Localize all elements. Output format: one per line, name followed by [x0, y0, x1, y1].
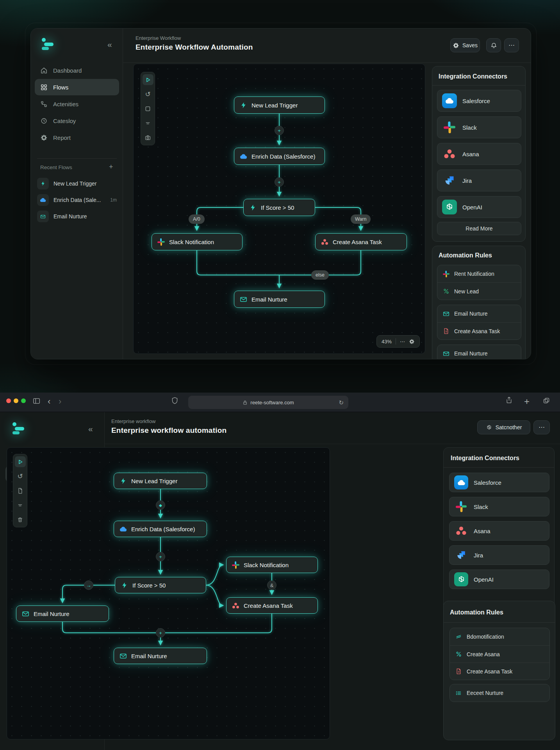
minimize-window-button[interactable]: [14, 398, 18, 403]
privacy-shield-icon[interactable]: [171, 397, 178, 404]
node-enrich-data[interactable]: Enrich Data (Salesforce): [114, 521, 207, 537]
play-button[interactable]: [15, 456, 26, 467]
read-more-button[interactable]: Read More: [437, 222, 521, 235]
sidebar-item-actenities[interactable]: Actenities: [35, 96, 119, 112]
rule-single: Eeceet Nurture: [449, 684, 550, 702]
saves-button[interactable]: Saves: [450, 38, 480, 52]
share-icon[interactable]: [505, 396, 513, 404]
workflow-app-window: « Dashboard Flows Actenities Catesloy Re…: [30, 28, 531, 359]
right-panel: Integration Connectors Salesforce Slack …: [443, 447, 555, 739]
sidebar-item-flows[interactable]: Flows: [35, 79, 119, 95]
address-bar[interactable]: reete-software.com ↻: [188, 396, 348, 409]
close-window-button[interactable]: [6, 398, 11, 403]
rule-new-lead[interactable]: New Lead: [437, 282, 521, 300]
rule-create-asana-task[interactable]: Create Asana Task: [437, 322, 521, 339]
node-slack-notification[interactable]: Slack Notification: [226, 557, 318, 573]
connector-slack[interactable]: Slack: [437, 116, 521, 138]
node-create-asana-task[interactable]: Create Asana Task: [226, 597, 318, 614]
edge-plus-badge[interactable]: +: [275, 126, 284, 135]
reload-icon[interactable]: ↻: [339, 400, 344, 405]
notifications-button[interactable]: [486, 38, 501, 52]
recent-flow-item[interactable]: Enrich Data (Sale... 1m: [37, 194, 117, 206]
tabs-overview-icon[interactable]: [543, 397, 550, 404]
action-label: Satcnother: [496, 424, 522, 430]
align-lines-button[interactable]: [15, 500, 26, 511]
forward-icon[interactable]: ›: [59, 396, 61, 407]
satcnother-button[interactable]: Satcnother: [477, 420, 530, 434]
node-enrich-data[interactable]: Enrich Data (Salesforce): [234, 148, 325, 165]
camera-button[interactable]: [143, 132, 153, 143]
rule-email-nurture[interactable]: Email Nurture: [437, 345, 521, 359]
edge-plus-badge[interactable]: +: [275, 177, 284, 187]
rule-eeceet-nurture[interactable]: Eeceet Nurture: [450, 684, 549, 702]
rule-create-asana-task[interactable]: Create Asana Task: [450, 662, 549, 680]
node-create-asana-task[interactable]: Create Asana Task: [315, 233, 407, 250]
list-icon: [455, 690, 462, 696]
node-label: Create Asana Task: [333, 239, 382, 245]
undo-button[interactable]: ↺: [15, 471, 26, 482]
sidebar-item-label: Flows: [53, 84, 68, 91]
add-flow-icon[interactable]: +: [109, 163, 113, 171]
node-slack-notification[interactable]: Slack Notification: [152, 233, 243, 250]
sidebar-item-report[interactable]: Report: [35, 129, 119, 146]
flow-canvas[interactable]: ↺: [7, 447, 330, 739]
node-email-nurture[interactable]: Email Nurture: [234, 291, 325, 308]
connector-jira[interactable]: Jira: [449, 545, 549, 565]
edge-plus-badge[interactable]: +: [156, 628, 165, 638]
connector-openai[interactable]: OpenAI: [449, 570, 549, 589]
node-if-score[interactable]: If Score > 50: [243, 199, 315, 216]
gear-icon[interactable]: [409, 339, 415, 345]
connector-salesforce[interactable]: Salesforce: [437, 90, 521, 112]
more-button[interactable]: ⋯: [504, 38, 519, 52]
flow-canvas[interactable]: ↺ New Lead Trigger: [133, 64, 425, 354]
sidebar-toggle-icon[interactable]: [33, 397, 40, 405]
connector-openai[interactable]: OpenAI: [437, 196, 521, 218]
connector-slack[interactable]: Slack: [449, 497, 549, 516]
rule-rent-nutification[interactable]: Rent Nutification: [437, 265, 521, 282]
node-email-nurture-left[interactable]: Email Nurture: [16, 605, 109, 622]
rule-group: Email Nurture: [437, 345, 521, 359]
collapse-sidebar-icon[interactable]: «: [88, 425, 93, 433]
app-logo: [10, 421, 28, 439]
new-tab-icon[interactable]: +: [524, 396, 530, 407]
connector-label: OpenAI: [474, 576, 494, 583]
rule-create-asana[interactable]: Create Asana: [450, 645, 549, 662]
salesforce-icon: [454, 475, 468, 489]
node-if-score[interactable]: If Score > 50: [115, 577, 206, 593]
trash-button[interactable]: [15, 514, 26, 525]
edge-plus-badge[interactable]: +: [156, 552, 165, 561]
collapse-sidebar-icon[interactable]: «: [107, 40, 112, 48]
edge-diamond-badge[interactable]: ◆: [156, 500, 165, 510]
ellipsis-icon[interactable]: ⋯: [400, 339, 405, 345]
frame-select-button[interactable]: [143, 103, 153, 114]
connector-asana[interactable]: Asana: [437, 143, 521, 165]
node-label: New Lead Trigger: [131, 478, 177, 484]
zoom-control[interactable]: 43% ⋯: [376, 335, 420, 348]
connector-jira[interactable]: Jira: [437, 170, 521, 191]
sidebar-item-dashboard[interactable]: Dashboard: [35, 62, 119, 79]
play-button[interactable]: [143, 74, 153, 85]
node-email-nurture-bottom[interactable]: Email Nurture: [114, 648, 207, 664]
document-button[interactable]: [15, 485, 26, 496]
recent-flow-item[interactable]: New Lead Trigger: [37, 178, 117, 189]
saves-label: Saves: [462, 42, 478, 48]
rule-bdomotification[interactable]: Bdomotification: [450, 628, 549, 645]
breadcrumb: Enterprise workflow: [111, 418, 155, 424]
undo-button[interactable]: ↺: [143, 89, 153, 100]
maximize-window-button[interactable]: [21, 398, 26, 403]
rule-email-nurture[interactable]: Email Nurture: [437, 305, 521, 322]
node-new-lead-trigger[interactable]: New Lead Trigger: [114, 473, 207, 489]
more-button[interactable]: ⋯: [533, 420, 550, 434]
back-icon[interactable]: ‹: [48, 396, 50, 407]
recent-flow-item[interactable]: Email Nurture: [37, 211, 117, 222]
align-lines-button[interactable]: [143, 118, 153, 129]
rule-label: Create Asana Task: [454, 328, 500, 334]
node-new-lead-trigger[interactable]: New Lead Trigger: [234, 96, 325, 114]
edge-arrow-badge[interactable]: →: [84, 580, 93, 590]
edge-and-badge[interactable]: &: [267, 580, 276, 590]
panel-title: Automation Rules: [450, 609, 503, 616]
connector-salesforce[interactable]: Salesforce: [449, 473, 549, 492]
sidebar-item-catesloy[interactable]: Catesloy: [35, 112, 119, 129]
recent-flow-label: New Lead Trigger: [54, 180, 97, 187]
connector-asana[interactable]: Asana: [449, 521, 549, 541]
